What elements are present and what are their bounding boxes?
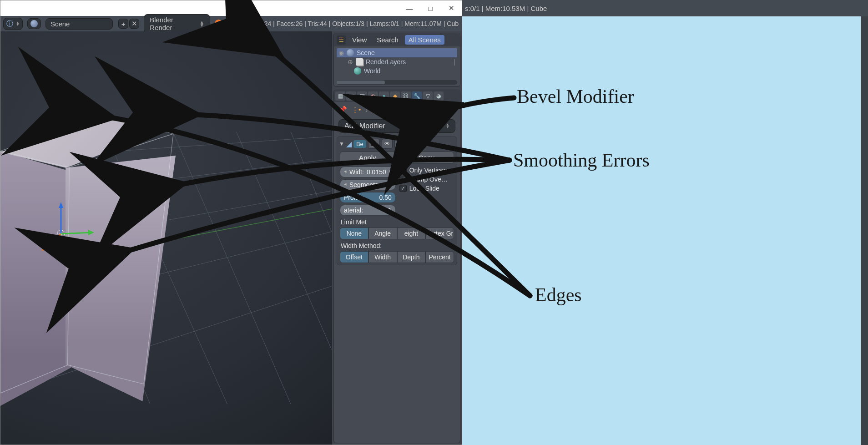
modifier-move-down[interactable]: ▼ xyxy=(417,139,426,148)
info-header: ⓘ▲▼ Scene + ✕ Blender Render ▲▼ v2.79 | … xyxy=(0,16,462,31)
only-vertices-checkbox[interactable]: Only Vertices xyxy=(399,167,454,174)
bevel-segments-label: Segments: xyxy=(349,181,380,188)
chevron-left-icon: ◂ xyxy=(344,181,347,188)
tab-world[interactable]: ● xyxy=(379,91,389,101)
chevron-right-icon: ▸ xyxy=(389,181,392,188)
chevron-left-icon: ◂ xyxy=(344,168,347,176)
breadcrumb-icon: ⋮• xyxy=(352,106,361,114)
outliner-renderlayers-label: RenderLayers xyxy=(366,58,406,66)
frag-stats: s:0/1 | Mem:10.53M | Cube xyxy=(462,0,868,16)
checkbox-icon xyxy=(399,176,407,183)
limit-none[interactable]: None xyxy=(340,228,368,239)
expand-icon[interactable]: ⊕ xyxy=(348,58,353,66)
scene-icon xyxy=(347,49,354,56)
width-width[interactable]: Width xyxy=(368,251,397,263)
width-offset[interactable]: Offset xyxy=(340,251,368,263)
limit-weight[interactable]: eight xyxy=(397,228,426,239)
width-method-selector[interactable]: Offset Width Depth Percent xyxy=(340,251,454,263)
scene-remove-button[interactable]: ✕ xyxy=(129,19,139,29)
pin-icon[interactable]: 📌 xyxy=(338,106,347,114)
modifier-viewport-toggle[interactable]: 👁 xyxy=(382,139,393,149)
properties-tabs: ▦ 📷 ▤ ◐ ● ◆ ⛓ 🔧 ▽ ◕ xyxy=(334,90,460,102)
width-depth[interactable]: Depth xyxy=(397,251,426,263)
side-panels: ☰ View Search All Scenes ◉ Scene ⊕ Rende… xyxy=(332,31,462,445)
outliner-editor-type[interactable]: ☰ xyxy=(337,35,346,45)
mesh-cube[interactable] xyxy=(0,116,182,407)
scene-name-field[interactable]: Scene xyxy=(45,18,113,30)
modifier-render-toggle[interactable]: 📷 xyxy=(368,139,380,149)
tab-material[interactable]: ◕ xyxy=(434,91,444,101)
restrict-column[interactable]: | xyxy=(454,58,455,66)
tab-renderlayers[interactable]: ▤ xyxy=(357,91,367,101)
add-modifier-label: Add Modifier xyxy=(344,122,385,130)
props-editor-type[interactable]: ▦ xyxy=(335,91,345,101)
tab-data[interactable]: ▽ xyxy=(423,91,433,101)
properties-panel: ▦ 📷 ▤ ◐ ● ◆ ⛓ 🔧 ▽ ◕ 📌 ⋮• › Cube xyxy=(333,90,460,443)
modifier-name-field[interactable]: Be xyxy=(353,140,366,148)
bevel-modifier: ▼ ◢ Be 📷 👁 ▦ ▲ ▼ ✕ Apply xyxy=(337,137,457,265)
bevel-profile-value: 0.50 xyxy=(379,194,391,201)
checkbox-icon xyxy=(399,185,407,192)
background-window: s:0/1 | Mem:10.53M | Cube xyxy=(462,0,868,445)
outliner-search-menu[interactable]: Search xyxy=(373,35,402,45)
properties-breadcrumb: 📌 ⋮• › Cube xyxy=(334,102,460,117)
tab-render[interactable]: 📷 xyxy=(346,91,356,101)
scene-add-button[interactable]: + xyxy=(118,19,128,29)
bevel-icon: ◢ xyxy=(346,140,352,148)
modifier-collapse-icon[interactable]: ▼ xyxy=(339,141,344,147)
close-button[interactable]: ✕ xyxy=(441,1,462,15)
chevron-right-icon: ▸ xyxy=(389,168,392,176)
outliner-scrollbar[interactable] xyxy=(337,80,457,85)
outliner-renderlayers-row[interactable]: ⊕ RenderLayers | xyxy=(337,57,457,66)
modifier-copy-button[interactable]: Copy xyxy=(399,152,454,164)
outliner-scene-label: Scene xyxy=(357,49,375,56)
outliner-filter-dropdown[interactable]: All Scenes xyxy=(405,35,444,45)
bevel-material-label: aterial: xyxy=(344,207,383,214)
outliner-view-menu[interactable]: View xyxy=(348,35,370,45)
tab-modifiers[interactable]: 🔧 xyxy=(412,91,422,101)
modifier-delete[interactable]: ✕ xyxy=(428,140,437,147)
limit-method-label: Limit Met xyxy=(341,218,453,226)
bevel-profile-label: Profile: xyxy=(344,194,376,201)
loop-slide-checkbox[interactable]: Loop Slide xyxy=(399,185,454,192)
width-percent[interactable]: Percent xyxy=(425,251,454,263)
limit-angle[interactable]: Angle xyxy=(368,228,397,239)
chevron-right-icon: › xyxy=(365,106,368,114)
outliner-tree[interactable]: ◉ Scene ⊕ RenderLayers | World xyxy=(334,46,460,79)
tab-scene[interactable]: ◐ xyxy=(368,91,378,101)
scene-icon[interactable] xyxy=(27,18,41,29)
collapse-icon[interactable]: ◉ xyxy=(338,49,344,56)
bevel-material-field[interactable]: aterial: -1 xyxy=(340,205,396,216)
frag-scrollbar[interactable] xyxy=(861,16,868,445)
bevel-segments-field[interactable]: ◂ Segments: 1 ▸ xyxy=(340,179,396,190)
maximize-button[interactable]: □ xyxy=(420,1,441,15)
editor-type-dropdown[interactable]: ⓘ▲▼ xyxy=(3,18,23,30)
bevel-width-label: Widt: xyxy=(349,168,364,176)
blender-icon xyxy=(215,20,223,28)
limit-method-selector[interactable]: None Angle eight Vertex Gr xyxy=(340,228,454,239)
outliner-world-row[interactable]: World xyxy=(337,66,457,76)
modifier-editmode-toggle[interactable]: ▦ xyxy=(394,139,405,149)
clamp-overlap-checkbox[interactable]: Clamp Ove… xyxy=(399,176,454,183)
add-modifier-dropdown[interactable]: Add Modifier ▲▼ xyxy=(338,119,455,133)
modifier-move-up[interactable]: ▲ xyxy=(407,139,416,148)
modifier-apply-button[interactable]: Apply xyxy=(340,152,395,164)
bevel-profile-field[interactable]: Profile: 0.50 xyxy=(340,192,396,203)
outliner-world-label: World xyxy=(364,67,380,75)
render-engine-dropdown[interactable]: Blender Render ▲▼ xyxy=(144,14,210,33)
renderlayers-icon xyxy=(356,58,363,66)
outliner-scene-row[interactable]: ◉ Scene xyxy=(337,48,457,57)
3d-viewport[interactable] xyxy=(0,31,332,445)
bevel-width-field[interactable]: ◂ Widt: 0.0150 ▸ xyxy=(340,167,396,177)
tab-object[interactable]: ◆ xyxy=(390,91,400,101)
svg-line-9 xyxy=(291,132,332,232)
blender-window: — □ ✕ ⓘ▲▼ Scene + ✕ Blender Render ▲▼ v2… xyxy=(0,0,462,445)
world-icon xyxy=(354,67,361,75)
render-engine-label: Blender Render xyxy=(150,16,197,31)
svg-line-8 xyxy=(237,132,332,350)
width-method-label: Width Method: xyxy=(341,242,453,249)
limit-vertexgroup[interactable]: Vertex Gr xyxy=(425,228,454,239)
minimize-button[interactable]: — xyxy=(399,1,420,15)
loop-slide-label: Loop Slide xyxy=(409,185,439,192)
tab-constraints[interactable]: ⛓ xyxy=(401,91,411,101)
